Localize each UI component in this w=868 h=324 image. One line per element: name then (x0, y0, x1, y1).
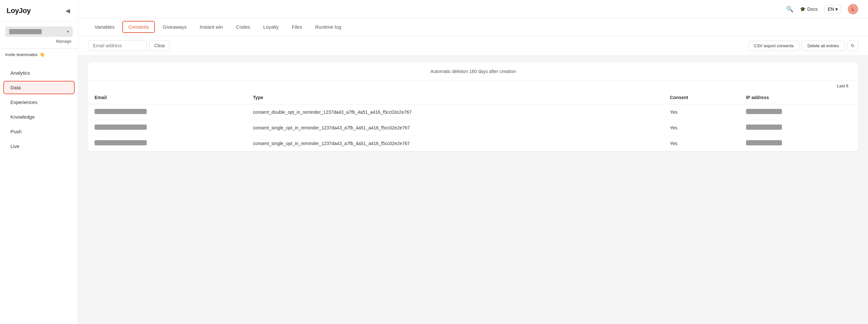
tab-instant-win[interactable]: Instant win (193, 19, 229, 35)
col-consent: Consent (663, 91, 740, 104)
invite-teammates-button[interactable]: Invite teammates 👋 (0, 48, 78, 60)
deletion-notice: Automatic deletion 180 days after creati… (88, 62, 858, 81)
clear-button[interactable]: Clear (149, 40, 170, 51)
sidebar: LoyJoy ◀ ▾ Manage Invite teammates 👋 Ana… (0, 0, 78, 324)
consent-cell: Yes (663, 120, 740, 136)
workspace-selector[interactable]: ▾ (5, 26, 73, 37)
chevron-down-icon: ▾ (835, 6, 838, 12)
tab-codes[interactable]: Codes (229, 19, 257, 35)
avatar[interactable]: L (848, 4, 858, 14)
tab-loyalty[interactable]: Loyalty (257, 19, 285, 35)
main-area: 🔍 🎓 Docs EN ▾ L Variables Consents Givea… (78, 0, 868, 324)
logo: LoyJoy (6, 6, 31, 15)
ip-placeholder (746, 125, 782, 130)
tabs-bar: Variables Consents Giveaways Instant win… (78, 18, 868, 36)
content-area: Variables Consents Giveaways Instant win… (78, 18, 868, 324)
email-placeholder (95, 140, 147, 145)
consent-cell: Yes (663, 136, 740, 151)
email-input[interactable] (88, 40, 147, 51)
refresh-button[interactable]: ↻ (847, 40, 858, 51)
sidebar-item-live[interactable]: Live (3, 139, 75, 153)
toolbar-left: Clear (88, 40, 170, 51)
type-cell: consent_double_opt_in_reminder_1237da43_… (247, 104, 663, 120)
ip-placeholder (746, 140, 782, 145)
col-type: Type (247, 91, 663, 104)
email-cell (88, 136, 247, 151)
sidebar-item-analytics[interactable]: Analytics (3, 66, 75, 79)
ip-cell (740, 136, 858, 151)
email-placeholder (95, 109, 147, 114)
tab-files[interactable]: Files (285, 19, 309, 35)
type-cell: consent_single_opt_in_reminder_1237da43_… (247, 120, 663, 136)
consents-table: Email Type Consent IP address consent_do… (88, 91, 858, 151)
delete-all-button[interactable]: Delete all entries (802, 41, 844, 51)
language-value: EN (828, 6, 834, 12)
csv-export-button[interactable]: CSV export consents (748, 41, 799, 51)
invite-emoji: 👋 (39, 52, 45, 57)
type-cell: consent_single_opt_in_reminder_1237da43_… (247, 136, 663, 151)
docs-icon: 🎓 (800, 6, 805, 12)
table-header: Email Type Consent IP address (88, 91, 858, 104)
tab-giveaways[interactable]: Giveaways (156, 19, 193, 35)
tab-runtime-log[interactable]: Runtime log (308, 19, 348, 35)
sidebar-header: LoyJoy ◀ (0, 0, 78, 22)
invite-label: Invite teammates (5, 52, 37, 57)
ip-cell (740, 120, 858, 136)
sidebar-nav: Analytics Data Experiences Knowledge Pus… (0, 60, 78, 324)
col-email: Email (88, 91, 247, 104)
workspace-name-placeholder (9, 29, 42, 34)
search-icon[interactable]: 🔍 (786, 5, 793, 13)
table-body: consent_double_opt_in_reminder_1237da43_… (88, 104, 858, 151)
email-cell (88, 120, 247, 136)
ip-placeholder (746, 109, 782, 114)
email-cell (88, 104, 247, 120)
tab-consents[interactable]: Consents (122, 21, 155, 33)
topbar: 🔍 🎓 Docs EN ▾ L (78, 0, 868, 18)
workspace-section: ▾ Manage (0, 22, 78, 48)
docs-label: Docs (807, 6, 818, 12)
collapse-button[interactable]: ◀ (64, 6, 71, 15)
sidebar-item-experiences[interactable]: Experiences (3, 96, 75, 109)
toolbar: Clear CSV export consents Delete all ent… (78, 36, 868, 56)
table-area: Automatic deletion 180 days after creati… (88, 62, 858, 151)
last-count-label: Last 6 (88, 81, 858, 91)
language-selector[interactable]: EN ▾ (824, 5, 841, 13)
table-row: consent_double_opt_in_reminder_1237da43_… (88, 104, 858, 120)
col-ip: IP address (740, 91, 858, 104)
sidebar-item-push[interactable]: Push (3, 125, 75, 138)
manage-link[interactable]: Manage (5, 37, 73, 44)
sidebar-item-knowledge[interactable]: Knowledge (3, 110, 75, 124)
docs-link[interactable]: 🎓 Docs (800, 6, 818, 12)
tab-variables[interactable]: Variables (88, 19, 121, 35)
toolbar-right: CSV export consents Delete all entries ↻ (748, 40, 858, 51)
sidebar-item-data[interactable]: Data (3, 81, 75, 94)
table-row: consent_single_opt_in_reminder_1237da43_… (88, 120, 858, 136)
table-row: consent_single_opt_in_reminder_1237da43_… (88, 136, 858, 151)
chevron-down-icon: ▾ (67, 29, 69, 34)
email-placeholder (95, 125, 147, 130)
consent-cell: Yes (663, 104, 740, 120)
ip-cell (740, 104, 858, 120)
